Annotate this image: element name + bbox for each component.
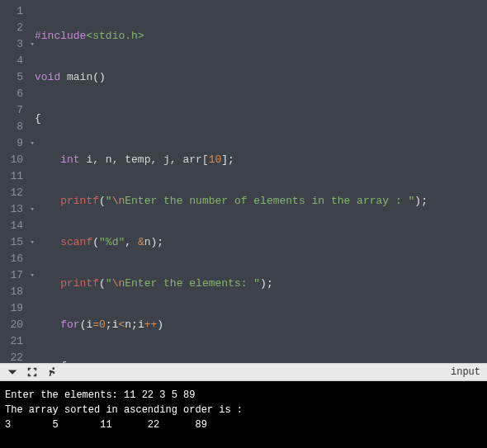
terminal-line: 3 5 11 22 89 xyxy=(5,417,482,432)
line-number: 17 xyxy=(0,267,28,284)
code-line: #include<stdio.h> xyxy=(28,28,487,45)
code-area[interactable]: #include<stdio.h> void main() { int i, n… xyxy=(28,0,487,363)
code-line: void main() xyxy=(28,69,487,86)
line-number: 3 xyxy=(0,36,28,53)
line-number: 9 xyxy=(0,135,28,152)
status-bar: input xyxy=(0,363,487,381)
code-line: printf("\nEnter the elements: "); xyxy=(28,276,487,292)
code-editor[interactable]: 12345678910111213141516171819202122 #inc… xyxy=(0,0,487,363)
fullscreen-icon[interactable] xyxy=(26,366,38,378)
line-number: 13 xyxy=(0,201,28,218)
code-line: int i, n, temp, j, arr[10]; xyxy=(28,152,487,168)
line-number: 14 xyxy=(0,218,28,234)
line-number: 11 xyxy=(0,168,28,185)
code-line: { xyxy=(28,111,487,127)
line-number: 21 xyxy=(0,333,28,350)
line-number: 5 xyxy=(0,69,28,86)
terminal-line: The array sorted in ascending order is : xyxy=(5,403,482,417)
code-line: for(i=0;i<n;i++) xyxy=(28,317,487,333)
code-line: { xyxy=(28,358,487,363)
line-number: 4 xyxy=(0,53,28,69)
line-number: 1 xyxy=(0,3,28,20)
line-number: 18 xyxy=(0,284,28,300)
line-number: 12 xyxy=(0,185,28,201)
code-line: scanf("%d", &n); xyxy=(28,234,487,251)
status-right-label[interactable]: input xyxy=(451,366,480,378)
line-number: 7 xyxy=(0,102,28,119)
terminal-line: Enter the elements: 11 22 3 5 89 xyxy=(5,388,482,403)
line-number: 10 xyxy=(0,152,28,168)
svg-point-0 xyxy=(52,367,54,370)
line-number: 15 xyxy=(0,234,28,251)
line-number: 8 xyxy=(0,119,28,135)
line-number: 2 xyxy=(0,20,28,36)
person-run-icon[interactable] xyxy=(46,366,58,378)
line-number: 22 xyxy=(0,350,28,363)
code-line: printf("\nEnter the number of elements i… xyxy=(28,193,487,210)
line-number: 19 xyxy=(0,300,28,317)
line-number: 6 xyxy=(0,86,28,102)
chevron-down-icon[interactable] xyxy=(7,366,18,378)
terminal-output[interactable]: Enter the elements: 11 22 3 5 89The arra… xyxy=(0,381,487,448)
line-number-gutter: 12345678910111213141516171819202122 xyxy=(0,0,28,363)
line-number: 16 xyxy=(0,251,28,267)
line-number: 20 xyxy=(0,317,28,333)
